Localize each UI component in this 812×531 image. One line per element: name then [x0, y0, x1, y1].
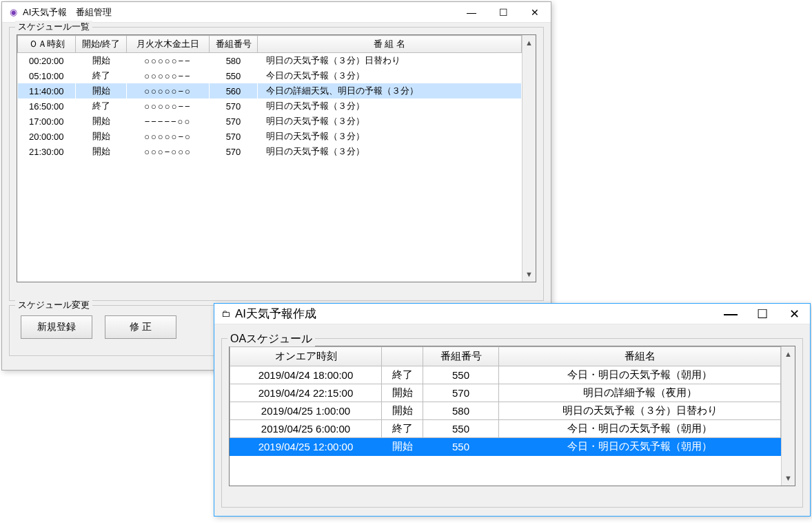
col-pno[interactable]: 番組番号	[423, 347, 499, 366]
table-row[interactable]: 05:10:00終了○○○○○−−550今日の天気予報（３分）	[18, 68, 522, 83]
col-pname[interactable]: 番 組 名	[258, 36, 522, 53]
table-row[interactable]: 2019/04/25 1:00:00開始580明日の天気予報（３分）日替わり	[230, 402, 781, 420]
table-row[interactable]: 17:00:00開始−−−−−○○570明日の天気予報（３分）	[18, 114, 522, 129]
oa-schedule-legend: OAスケジュール	[227, 332, 315, 346]
table-row[interactable]: 11:40:00開始○○○○○−○560今日の詳細天気、明日の予報（３分）	[18, 83, 522, 98]
table-row[interactable]: 2019/04/25 6:00:00終了550今日・明日の天気予報（朝用）	[230, 420, 781, 438]
titlebar: 🗀 AI天気予報作成 — ☐ ✕	[214, 304, 810, 324]
col-pno[interactable]: 番組番号	[210, 36, 258, 53]
col-oat[interactable]: オンエア時刻	[230, 347, 382, 366]
window-oa-creator: 🗀 AI天気予報作成 — ☐ ✕ OAスケジュール オンエア時刻	[214, 303, 811, 517]
col-time[interactable]: ＯＡ時刻	[18, 36, 76, 53]
schedule-edit-legend: スケジュール変更	[15, 299, 92, 311]
close-button[interactable]: ✕	[778, 304, 810, 324]
maximize-button[interactable]: ☐	[747, 304, 778, 324]
close-button[interactable]: ✕	[519, 2, 551, 23]
table-row[interactable]: 21:30:00開始○○○−○○○570明日の天気予報（３分）	[18, 144, 522, 159]
oa-table[interactable]: オンエア時刻 番組番号 番組名 2019/04/24 18:00:00終了550…	[230, 346, 781, 456]
col-se[interactable]	[382, 347, 423, 366]
table-row[interactable]: 00:20:00開始○○○○○−−580明日の天気予報（３分）日替わり	[18, 53, 522, 69]
new-button[interactable]: 新規登録	[21, 315, 92, 339]
window-title: AI天気予報作成	[235, 306, 316, 322]
table-row[interactable]: 2019/04/24 22:15:00開始570明日の詳細予報（夜用）	[230, 384, 781, 402]
schedule-list-legend: スケジュール一覧	[15, 21, 92, 33]
col-pname[interactable]: 番組名	[499, 347, 781, 366]
scrollbar[interactable]: ▲ ▼	[522, 35, 536, 282]
minimize-button[interactable]: —	[715, 304, 747, 324]
minimize-button[interactable]: —	[456, 2, 487, 23]
scroll-down-icon[interactable]: ▼	[782, 470, 795, 486]
table-row[interactable]: 2019/04/24 18:00:00終了550今日・明日の天気予報（朝用）	[230, 366, 781, 384]
table-row[interactable]: 16:50:00終了○○○○○−−570明日の天気予報（３分）	[18, 98, 522, 114]
edit-button[interactable]: 修 正	[105, 315, 176, 339]
scroll-down-icon[interactable]: ▼	[522, 267, 536, 282]
table-row[interactable]: 2019/04/25 12:00:00開始550今日・明日の天気予報（朝用）	[230, 438, 781, 456]
schedule-list-group: スケジュール一覧 ＯＡ時刻 開始/終了 月火水木金土日 番組番号 番 組	[9, 27, 544, 301]
schedule-table[interactable]: ＯＡ時刻 開始/終了 月火水木金土日 番組番号 番 組 名 00:20:00開始…	[17, 35, 522, 159]
app-icon: ◉	[8, 7, 19, 18]
titlebar: ◉ AI天気予報 番組管理 — ☐ ✕	[2, 2, 551, 23]
window-title: AI天気予報 番組管理	[23, 6, 112, 19]
table-row[interactable]: 20:00:00開始○○○○○−○570明日の天気予報（３分）	[18, 129, 522, 144]
scrollbar[interactable]: ▲ ▼	[781, 346, 795, 486]
scroll-up-icon[interactable]: ▲	[782, 346, 795, 362]
col-days[interactable]: 月火水木金土日	[127, 36, 210, 53]
oa-schedule-group: OAスケジュール オンエア時刻 番組番号 番組名	[221, 338, 803, 508]
maximize-button[interactable]: ☐	[487, 2, 519, 23]
scroll-up-icon[interactable]: ▲	[522, 35, 536, 50]
col-se[interactable]: 開始/終了	[76, 36, 127, 53]
folder-icon: 🗀	[220, 309, 231, 320]
